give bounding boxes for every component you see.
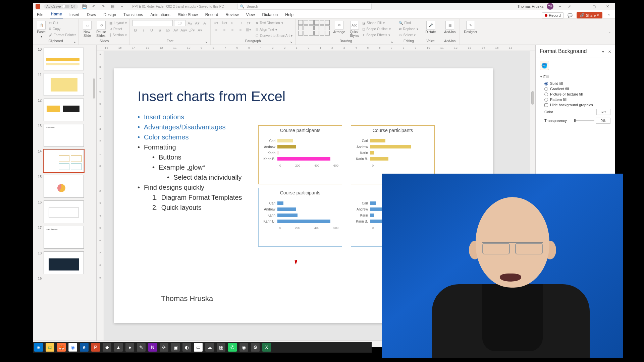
italic-button[interactable]: I bbox=[141, 27, 147, 33]
slide-body[interactable]: Insert options Advantages/Disadvantages … bbox=[138, 112, 242, 213]
taskbar-app-icon[interactable]: ◆ bbox=[103, 343, 111, 352]
new-slide-button[interactable]: ▭New Slide bbox=[82, 20, 93, 38]
fill-color-button[interactable]: ◪ ▾ bbox=[596, 109, 610, 115]
chrome-icon[interactable]: ◉ bbox=[68, 343, 77, 352]
excel-icon[interactable]: X bbox=[262, 343, 271, 352]
taskbar-app-icon[interactable]: ▣ bbox=[171, 343, 180, 352]
designer-button[interactable]: ✎Designer bbox=[463, 20, 479, 35]
fill-tab-icon[interactable]: 🪣 bbox=[540, 61, 549, 70]
shape-outline-button[interactable]: ◻ Shape Outline ▾ bbox=[362, 26, 390, 32]
align-center-icon[interactable]: ≡ bbox=[221, 27, 227, 32]
taskbar-app-icon[interactable]: ▦ bbox=[217, 343, 225, 352]
onenote-icon[interactable]: N bbox=[148, 343, 157, 352]
shape-fill-button[interactable]: ◪ Shape Fill ▾ bbox=[362, 20, 390, 25]
gradient-fill-radio[interactable]: Gradient fill bbox=[540, 86, 610, 92]
taskbar-app-icon[interactable]: ✎ bbox=[137, 343, 146, 352]
bold-button[interactable]: B bbox=[132, 27, 139, 33]
thumbnail-16[interactable] bbox=[44, 200, 84, 223]
search-input[interactable]: 🔍 Search bbox=[237, 3, 372, 10]
font-launcher-icon[interactable]: ⬊ bbox=[205, 41, 208, 44]
font-family-input[interactable] bbox=[132, 20, 173, 26]
record-button[interactable]: Record bbox=[542, 12, 564, 18]
thumbnails-scrollbar[interactable] bbox=[92, 45, 96, 341]
redo-icon[interactable]: ↷ bbox=[100, 3, 106, 9]
thumbnail-15[interactable] bbox=[44, 175, 84, 198]
pattern-fill-radio[interactable]: Pattern fill bbox=[540, 97, 610, 102]
drawing-launcher-icon[interactable]: ⬊ bbox=[391, 41, 393, 44]
powerpoint-taskbar-icon[interactable]: P bbox=[91, 343, 100, 352]
taskbar-app-icon[interactable]: ▭ bbox=[194, 343, 203, 352]
comments-icon[interactable]: 💬 bbox=[567, 12, 573, 18]
picture-fill-radio[interactable]: Picture or texture fill bbox=[540, 92, 610, 97]
format-painter-button[interactable]: 🖌 Format Painter bbox=[49, 32, 76, 38]
ribbon-options-icon[interactable]: ⌄ bbox=[606, 29, 612, 35]
file-explorer-icon[interactable]: 🗂 bbox=[46, 343, 54, 352]
align-right-icon[interactable]: ≡ bbox=[229, 27, 235, 32]
tab-dictation[interactable]: Dictation bbox=[262, 11, 279, 18]
taskbar-app-icon[interactable]: ◉ bbox=[239, 343, 248, 352]
whatsapp-icon[interactable]: ✆ bbox=[228, 343, 237, 352]
justify-icon[interactable]: ≡ bbox=[237, 27, 244, 32]
share-button[interactable]: 🔗 Share ▾ bbox=[577, 12, 602, 18]
copy-button[interactable]: ⧉ Copy bbox=[49, 26, 76, 32]
find-button[interactable]: 🔍 Find bbox=[399, 20, 418, 25]
firefox-icon[interactable]: 🦊 bbox=[57, 343, 66, 352]
transparency-input[interactable]: 0% bbox=[596, 118, 610, 124]
paragraph-launcher-icon[interactable]: ⬊ bbox=[290, 41, 292, 44]
tab-record[interactable]: Record bbox=[205, 11, 219, 18]
underline-button[interactable]: U bbox=[149, 27, 155, 33]
paste-button[interactable]: 📋Paste▾ bbox=[36, 20, 47, 39]
clear-format-icon[interactable]: A̶ bbox=[202, 20, 208, 26]
undo-icon[interactable]: ↶ bbox=[91, 3, 97, 9]
thumbnail-12[interactable] bbox=[44, 99, 84, 121]
dictate-button[interactable]: 🎤Dictate bbox=[424, 20, 437, 35]
solid-fill-radio[interactable]: Solid fill bbox=[540, 81, 610, 86]
tab-file[interactable]: File bbox=[36, 11, 44, 18]
slideshow-icon[interactable]: ▤ bbox=[110, 3, 116, 9]
case-icon[interactable]: Aa▾ bbox=[181, 27, 187, 33]
replace-button[interactable]: ⇄ Replace ▾ bbox=[399, 26, 418, 32]
section-button[interactable]: § Section ▾ bbox=[109, 32, 127, 38]
edge-icon[interactable]: e bbox=[80, 343, 89, 352]
ribbon-display-icon[interactable]: ⤢ bbox=[566, 3, 572, 9]
chart-participants-3[interactable]: Course participants Carl Andrew Karin Ka… bbox=[258, 188, 342, 247]
shape-effects-button[interactable]: ✦ Shape Effects ▾ bbox=[362, 32, 390, 38]
tab-design[interactable]: Design bbox=[103, 11, 117, 18]
close-icon[interactable]: ✕ bbox=[602, 4, 612, 9]
addins-button[interactable]: ▦Add-ins bbox=[443, 20, 457, 35]
shadow-icon[interactable]: ab bbox=[165, 27, 171, 33]
autosave-switch[interactable] bbox=[62, 5, 69, 8]
align-left-icon[interactable]: ≡ bbox=[213, 27, 219, 32]
highlight-icon[interactable]: 🖍▾ bbox=[189, 27, 195, 33]
transparency-slider[interactable] bbox=[574, 120, 594, 121]
slide-title[interactable]: Insert charts from Excel bbox=[138, 88, 285, 105]
autosave-toggle[interactable]: AutoSave Off bbox=[44, 4, 78, 9]
shapes-gallery[interactable] bbox=[298, 20, 330, 36]
thumbnail-13[interactable]: text text text bbox=[44, 124, 84, 147]
coming-soon-icon[interactable]: ✦ bbox=[557, 3, 563, 9]
chart-participants-1[interactable]: Course participants Carl Andrew Karin Ka… bbox=[258, 125, 342, 184]
taskbar-app-icon[interactable]: ☁ bbox=[205, 343, 214, 352]
decrease-font-icon[interactable]: A▾ bbox=[194, 20, 200, 26]
tab-insert[interactable]: Insert bbox=[69, 11, 80, 18]
tab-transitions[interactable]: Transitions bbox=[123, 11, 144, 18]
select-button[interactable]: ▭ Select ▾ bbox=[399, 32, 418, 38]
maximize-icon[interactable]: ▢ bbox=[589, 4, 599, 9]
clipboard-launcher-icon[interactable]: ⬊ bbox=[73, 41, 76, 44]
thumbnail-17[interactable]: Insert diagrams bbox=[44, 226, 84, 249]
convert-smartart-button[interactable]: ⬡ Convert to SmartArt ▾ bbox=[256, 33, 292, 38]
numbering-icon[interactable]: 1≡▾ bbox=[221, 20, 227, 25]
decrease-indent-icon[interactable]: ⇤ bbox=[229, 20, 235, 25]
quick-styles-button[interactable]: AbcQuick Styles bbox=[348, 20, 360, 38]
reuse-slides-button[interactable]: ⟲Reuse Slides bbox=[95, 20, 107, 38]
thumbnail-14[interactable] bbox=[44, 149, 84, 172]
increase-indent-icon[interactable]: ⇥ bbox=[237, 20, 244, 25]
strikethrough-icon[interactable]: S̶ bbox=[157, 27, 163, 33]
reset-button[interactable]: ↺ Reset bbox=[109, 26, 127, 32]
user-avatar[interactable]: TH bbox=[547, 3, 553, 10]
tab-draw[interactable]: Draw bbox=[86, 11, 97, 18]
line-spacing-icon[interactable]: ↕▾ bbox=[246, 20, 252, 25]
tab-view[interactable]: View bbox=[246, 11, 256, 18]
minimize-icon[interactable]: — bbox=[576, 4, 586, 8]
panel-options-icon[interactable]: ▾ bbox=[602, 50, 604, 54]
